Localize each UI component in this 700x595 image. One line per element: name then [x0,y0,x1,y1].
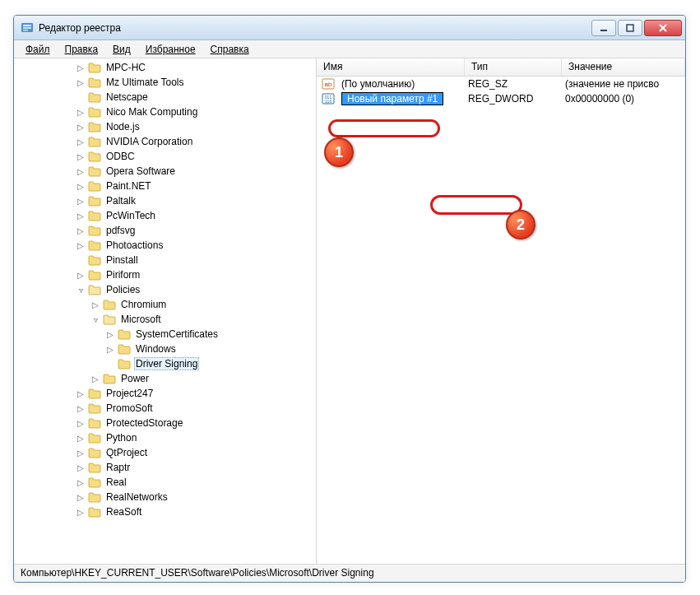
expander-icon[interactable] [104,358,116,370]
expander-icon[interactable]: ▷ [75,106,86,118]
value-data: (значение не присво [562,78,685,90]
tree-item[interactable]: ▷ Real [16,475,316,490]
tree-item[interactable]: ▷ Windows [16,342,316,356]
expander-icon[interactable]: ▷ [75,151,86,162]
expander-icon[interactable] [75,91,86,103]
col-header-value[interactable]: Значение [562,58,685,76]
tree-item[interactable]: ▿ Policies [16,282,316,297]
minimize-button[interactable] [591,20,616,36]
tree-item[interactable]: ▷ ProtectedStorage [16,416,316,430]
tree-label: Nico Mak Computing [104,106,199,118]
tree-label: Photoactions [104,239,165,251]
expander-icon[interactable]: ▷ [75,210,86,221]
menu-help[interactable]: Справка [204,42,256,57]
annotation-badge-2: 2 [506,210,535,239]
value-name: (По умолчанию) [341,78,415,90]
menu-view[interactable]: Вид [106,42,137,57]
titlebar[interactable]: Редактор реестра [14,16,685,40]
expander-icon[interactable]: ▷ [104,328,116,340]
value-type: REG_SZ [465,78,562,90]
tree-label: Pinstall [104,254,140,266]
tree-scroll[interactable]: ▷ MPC-HC▷ Mz Ultimate Tools Netscape▷ Ni… [14,58,316,564]
tree-label: Power [119,373,151,384]
tree-item[interactable]: ▷ Photoactions [16,238,316,253]
tree-item[interactable]: ▷ Nico Mak Computing [16,105,316,119]
expander-icon[interactable]: ▷ [75,388,86,399]
folder-icon [88,239,101,251]
tree-label: Project247 [104,388,155,399]
tree-item[interactable]: Netscape [16,90,316,105]
expander-icon[interactable]: ▷ [90,299,101,310]
folder-icon [88,388,101,399]
tree-item[interactable]: ▷ QtProject [16,445,316,460]
folder-icon [88,284,101,295]
expander-icon[interactable]: ▷ [75,432,86,444]
value-name-editing[interactable]: Новый параметр #1 [341,92,443,105]
menu-file[interactable]: Файл [19,42,57,57]
tree-item[interactable]: ▷ PcWinTech [16,208,316,223]
tree-item[interactable]: ▷ Mz Ultimate Tools [16,75,316,90]
tree-label: Driver Signing [134,357,199,370]
string-icon: ab [322,77,335,91]
tree-item[interactable]: Pinstall [16,253,316,267]
tree-item[interactable]: ▷ Paint.NET [16,179,316,193]
menu-favorites[interactable]: Избранное [139,42,202,57]
statusbar-path: Компьютер\HKEY_CURRENT_USER\Software\Pol… [21,567,374,579]
expander-icon[interactable]: ▷ [75,180,86,192]
menubar: Файл Правка Вид Избранное Справка [14,40,685,58]
tree-item[interactable]: ▷ Paltalk [16,193,316,208]
tree-item[interactable]: ▷ Raptr [16,460,316,475]
tree-label: SystemCertificates [134,328,220,340]
expander-icon[interactable]: ▷ [75,225,86,236]
tree-item[interactable]: ▷ Piriform [16,267,316,282]
expander-icon[interactable]: ▷ [75,62,86,73]
tree-item[interactable]: ▷ Opera Software [16,164,316,179]
expander-icon[interactable]: ▷ [75,269,86,281]
tree-item[interactable]: ▿ Microsoft [16,312,316,327]
tree-item[interactable]: ▷ PromoSoft [16,401,316,416]
tree-item[interactable]: ▷ Node.js [16,119,316,134]
expander-icon[interactable]: ▷ [75,417,86,429]
tree-pane: ▷ MPC-HC▷ Mz Ultimate Tools Netscape▷ Ni… [14,58,317,564]
tree-item[interactable]: ▷ SystemCertificates [16,327,316,342]
expander-icon[interactable] [75,254,86,266]
expander-icon[interactable]: ▷ [75,136,86,147]
expander-icon[interactable]: ▷ [75,402,86,414]
expander-icon[interactable]: ▷ [75,239,86,251]
tree-item[interactable]: ▷ ODBC [16,149,316,164]
menu-edit[interactable]: Правка [58,42,105,57]
tree-label: Opera Software [104,165,177,177]
tree-item[interactable]: ▷ pdfsvg [16,223,316,238]
list-row[interactable]: ab (По умолчанию) REG_SZ (значение не пр… [317,77,685,91]
maximize-button[interactable] [618,20,642,36]
folder-icon [88,506,101,518]
expander-icon[interactable]: ▷ [75,77,86,88]
expander-icon[interactable]: ▷ [90,373,101,384]
expander-icon[interactable]: ▷ [75,476,86,488]
tree-item[interactable]: ▷ NVIDIA Corporation [16,134,316,149]
tree-item[interactable]: ▷ Python [16,430,316,445]
col-header-name[interactable]: Имя [317,58,465,76]
tree-item[interactable]: ▷ MPC-HC [16,60,316,75]
tree-item[interactable]: ▷ ReaSoft [16,504,316,519]
expander-icon[interactable]: ▷ [104,343,116,355]
expander-icon[interactable]: ▷ [75,491,86,503]
expander-icon[interactable]: ▷ [75,121,86,132]
close-button[interactable] [644,20,682,36]
expander-icon[interactable]: ▷ [75,506,86,518]
tree-item[interactable]: ▷ Chromium [16,297,316,312]
expander-icon[interactable]: ▷ [75,447,86,458]
tree-item[interactable]: Driver Signing [16,356,316,371]
tree-item[interactable]: ▷ RealNetworks [16,490,316,504]
folder-icon [88,402,101,414]
expander-icon[interactable]: ▷ [75,462,86,473]
expander-icon[interactable]: ▿ [75,284,86,295]
col-header-type[interactable]: Тип [465,58,562,76]
list-body[interactable]: ab (По умолчанию) REG_SZ (значение не пр… [317,77,685,564]
tree-item[interactable]: ▷ Project247 [16,386,316,401]
expander-icon[interactable]: ▷ [75,195,86,207]
list-row[interactable]: 011110 Новый параметр #1 REG_DWORD 0x000… [317,91,685,106]
tree-item[interactable]: ▷ Power [16,371,316,386]
expander-icon[interactable]: ▷ [75,165,86,177]
expander-icon[interactable]: ▿ [90,314,101,325]
